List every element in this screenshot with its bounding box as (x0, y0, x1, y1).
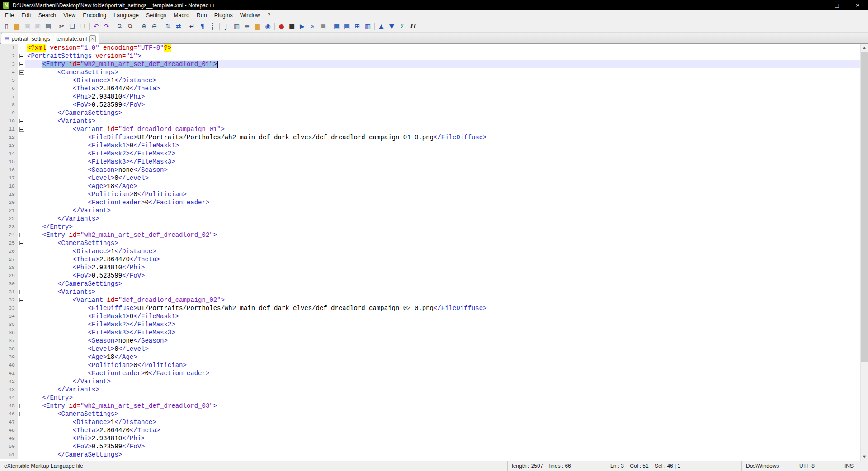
code-line[interactable]: 10 <Variants> (0, 117, 860, 125)
code-text[interactable]: <FoV>0.523599</FoV> (25, 443, 860, 451)
code-line[interactable]: 36 <FileMask3></FileMask3> (0, 329, 860, 337)
code-line[interactable]: 51 </CameraSettings> (0, 451, 860, 459)
code-text[interactable]: <Level>0</Level> (25, 174, 860, 182)
fold-collapse-icon[interactable] (19, 119, 24, 123)
code-text[interactable]: </Entry> (25, 394, 860, 402)
code-line[interactable]: 19 <Politician>0</Politician> (0, 190, 860, 198)
fold-collapse-icon[interactable] (19, 70, 24, 75)
code-text[interactable]: <Phi>2.934810</Phi> (25, 264, 860, 272)
macro-stop-button[interactable]: ■ (287, 21, 297, 32)
scrollbar-thumb[interactable] (861, 52, 868, 362)
code-text[interactable]: <FileMask3></FileMask3> (25, 329, 860, 337)
menu-item-edit[interactable]: Edit (18, 11, 35, 20)
sync-vertical-scroll-button[interactable]: ⇅ (163, 21, 173, 32)
fold-collapse-icon[interactable] (19, 241, 24, 245)
macro-playback-button[interactable]: ▶ (297, 21, 307, 32)
menu-item-view[interactable]: View (60, 11, 79, 20)
replace-button[interactable]: ⚲ (125, 21, 136, 32)
monitoring-button[interactable]: ◉ (263, 21, 273, 32)
code-text[interactable]: <FileMask3></FileMask3> (25, 158, 860, 166)
code-line[interactable]: 9 </CameraSettings> (0, 109, 860, 117)
code-line[interactable]: 26 <Distance>1</Distance> (0, 247, 860, 255)
code-line[interactable]: 34 <FileMask1>0</FileMask1> (0, 312, 860, 320)
code-text[interactable]: <FileMask1>0</FileMask1> (25, 312, 860, 320)
code-line[interactable]: 27 <Theta>2.864470</Theta> (0, 255, 860, 264)
summation-button[interactable]: Σ (397, 21, 407, 32)
scroll-down-icon[interactable]: ▼ (861, 453, 868, 461)
code-text[interactable]: <Politician>0</Politician> (25, 361, 860, 369)
scroll-up-icon[interactable]: ▲ (861, 44, 868, 52)
code-line[interactable]: 14 <FileMask2></FileMask2> (0, 150, 860, 158)
code-line[interactable]: 46 <CameraSettings> (0, 410, 860, 418)
code-line[interactable]: 45 <Entry id="wh2_main_art_set_def_dread… (0, 402, 860, 410)
code-line[interactable]: 38 <Level>0</Level> (0, 345, 860, 353)
code-text[interactable]: <?xml version="1.0" encoding="UTF-8"?> (25, 44, 860, 52)
macro-save-button[interactable]: ▣ (318, 21, 328, 32)
code-text[interactable]: </CameraSettings> (25, 280, 860, 288)
code-line[interactable]: 12 <FileDiffuse>UI/Portraits/Portholes/w… (0, 133, 860, 141)
menu-item-help[interactable]: ? (264, 11, 274, 20)
code-line[interactable]: 22 </Variants> (0, 215, 860, 223)
html-preview-button[interactable]: H (407, 21, 418, 32)
vertical-scrollbar[interactable]: ▲ ▼ (860, 44, 868, 461)
new-file-button[interactable]: ▯ (1, 21, 12, 32)
code-text[interactable]: <CameraSettings> (25, 68, 860, 76)
code-text[interactable]: <CameraSettings> (25, 239, 860, 247)
code-text[interactable]: <PortraitSettings version="1"> (25, 52, 860, 60)
tab-close-icon[interactable]: × (89, 35, 96, 42)
code-line[interactable]: 6 <Theta>2.864470</Theta> (0, 85, 860, 93)
code-line[interactable]: 31 <Variants> (0, 288, 860, 296)
code-text[interactable]: <Distance>1</Distance> (25, 76, 860, 85)
code-line[interactable]: 13 <FileMask1>0</FileMask1> (0, 141, 860, 150)
code-line[interactable]: 7 <Phi>2.934810</Phi> (0, 93, 860, 101)
menu-item-language[interactable]: Language (110, 11, 142, 20)
paste-button[interactable]: ❐ (77, 21, 88, 32)
code-line[interactable]: 1<?xml version="1.0" encoding="UTF-8"?> (0, 44, 860, 52)
tab-portrait-settings-template-xml[interactable]: ▤portrait_settings__template.xml× (1, 33, 99, 44)
code-line[interactable]: 30 </CameraSettings> (0, 280, 860, 288)
menu-item-search[interactable]: Search (35, 11, 60, 20)
code-line[interactable]: 47 <Distance>1</Distance> (0, 418, 860, 426)
code-text[interactable]: <Variant id="def_dreadlord_campaign_02"> (25, 296, 860, 304)
code-line[interactable]: 25 <CameraSettings> (0, 239, 860, 247)
function-list-button[interactable]: ƒ (221, 21, 231, 32)
minimize-button[interactable]: ─ (806, 0, 826, 10)
fold-collapse-icon[interactable] (19, 298, 24, 302)
copy-button[interactable]: ❏ (67, 21, 77, 32)
code-text[interactable]: </Variants> (25, 215, 860, 223)
code-text[interactable]: <Phi>2.934810</Phi> (25, 93, 860, 101)
code-text[interactable]: <Politician>0</Politician> (25, 190, 860, 198)
code-text[interactable]: <FactionLeader>0</FactionLeader> (25, 369, 860, 377)
code-text[interactable]: <Theta>2.864470</Theta> (25, 85, 860, 93)
print-button[interactable]: ▤ (43, 21, 53, 32)
sort-descending-button[interactable]: ▼ (387, 21, 397, 32)
indent-guide-button[interactable]: ┋ (208, 21, 218, 32)
code-line[interactable]: 28 <Phi>2.934810</Phi> (0, 264, 860, 272)
close-button[interactable]: × (847, 0, 868, 10)
code-line[interactable]: 49 <Phi>2.934810</Phi> (0, 434, 860, 443)
code-text[interactable]: <Theta>2.864470</Theta> (25, 255, 860, 264)
menu-item-settings[interactable]: Settings (142, 11, 170, 20)
code-line[interactable]: 41 <FactionLeader>0</FactionLeader> (0, 369, 860, 377)
code-line[interactable]: 43 </Variants> (0, 386, 860, 394)
code-line[interactable]: 40 <Politician>0</Politician> (0, 361, 860, 369)
code-text[interactable]: </Variants> (25, 386, 860, 394)
macro-run-multiple-button[interactable]: » (307, 21, 318, 32)
code-line[interactable]: 44 </Entry> (0, 394, 860, 402)
fold-collapse-icon[interactable] (19, 233, 24, 237)
menu-item-run[interactable]: Run (193, 11, 211, 20)
code-text[interactable]: <Level>0</Level> (25, 345, 860, 353)
zoom-out-button[interactable]: ⊖ (149, 21, 160, 32)
code-line[interactable]: 21 </Variant> (0, 207, 860, 215)
menu-item-encoding[interactable]: Encoding (79, 11, 110, 20)
save-all-button[interactable]: ▣ (33, 21, 43, 32)
code-line[interactable]: 32 <Variant id="def_dreadlord_campaign_0… (0, 296, 860, 304)
code-text[interactable]: <Entry id="wh2_main_art_set_def_dreadlor… (25, 231, 860, 239)
word-wrap-button[interactable]: ↵ (187, 21, 197, 32)
document-map-button[interactable]: ▥ (231, 21, 242, 32)
plugin-column-tool-button[interactable]: ▤ (342, 21, 352, 32)
code-line[interactable]: 37 <Season>none</Season> (0, 337, 860, 345)
code-text[interactable]: </Entry> (25, 223, 860, 231)
code-line[interactable]: 3 <Entry id="wh2_main_art_set_def_dreadl… (0, 60, 860, 68)
editor[interactable]: 1<?xml version="1.0" encoding="UTF-8"?>2… (0, 44, 868, 461)
